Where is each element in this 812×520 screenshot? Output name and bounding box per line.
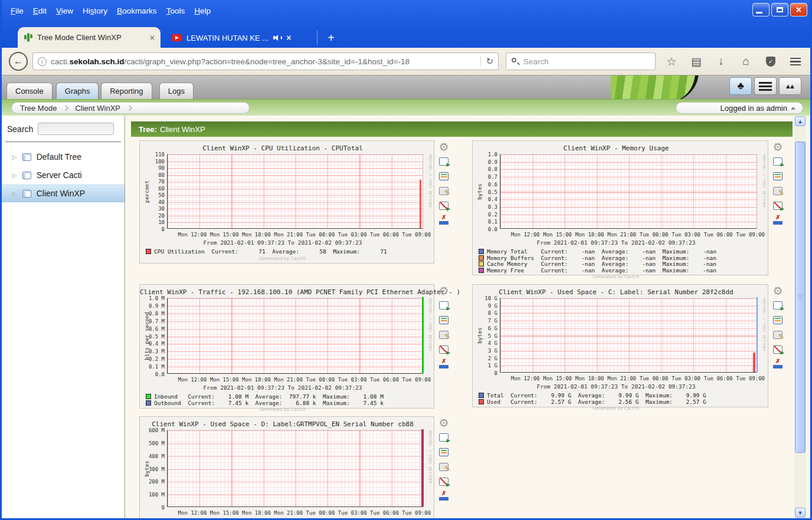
spikekill-icon[interactable]: ✗ [772,358,784,370]
y-tick-label: 1.0 [474,152,497,157]
scrollbar-thumb[interactable] [795,141,806,453]
download-icon[interactable]: ↓ [709,52,734,71]
cacti-tab-reporting[interactable]: Reporting [101,83,152,99]
browser-tab-active[interactable]: Tree Mode Client WinXP × [18,27,161,48]
gear-icon[interactable]: ⚙ [772,285,784,297]
spikekill-icon[interactable]: ✗ [438,215,450,226]
close-button[interactable]: × [790,3,807,17]
maximize-button[interactable] [771,3,788,17]
edit-icon[interactable]: ✎ [438,329,450,341]
scroll-down-button[interactable]: ▼ [795,508,806,518]
export-icon[interactable]: ▸ [772,156,784,167]
menu-view[interactable]: View [51,5,78,19]
url-bar[interactable]: i cacti.sekolah.sch.id/cacti/graph_view.… [32,52,499,70]
csv-icon[interactable] [772,170,784,182]
csv-icon[interactable] [772,314,784,326]
graph-plot-area [500,298,757,373]
y-tick-label: 10 [141,219,165,225]
gear-icon[interactable]: ⚙ [772,141,784,153]
gear-icon[interactable]: ⚙ [438,285,450,297]
breadcrumb-tree-mode[interactable]: Tree Mode [20,104,57,113]
tree-title-prefix: Tree: [139,125,157,134]
edit-icon[interactable]: ✎ [772,329,784,341]
tree-view-icon[interactable]: ♣ [729,77,752,95]
legend-row: Used Current: 2.57 G Average: 2.56 G Max… [479,399,706,405]
realtime-icon[interactable]: ▸ [438,476,450,488]
logged-in-button[interactable]: Logged in as admin [676,102,803,114]
sidebar-item-default-tree[interactable]: ▷Default Tree [2,148,125,166]
url-text[interactable]: cacti.sekolah.sch.id/cacti/graph_view.ph… [51,57,476,66]
minimize-button[interactable] [752,3,770,17]
new-tab-button[interactable]: + [322,29,340,47]
menu-tools[interactable]: Tools [162,5,190,19]
x-tick-label: Tue 03:00 [669,232,704,238]
gear-icon[interactable]: ⚙ [438,417,450,429]
preview-view-icon[interactable]: ▲▲ [779,77,801,95]
spikekill-icon[interactable]: ✗ [438,491,450,502]
y-tick-label: 0 [141,226,165,232]
menu-help[interactable]: Help [189,5,215,19]
expander-icon[interactable]: ▷ [12,190,17,197]
back-button[interactable]: ← [9,52,28,71]
tab-close-icon[interactable]: × [150,33,155,42]
y-tick-label: 80 [141,172,165,178]
tab-close-icon[interactable]: × [286,33,291,42]
x-tick-label: Tue 06:00 [366,377,402,383]
edit-icon[interactable]: ✎ [438,461,450,473]
export-icon[interactable]: ▸ [438,432,450,443]
realtime-icon[interactable]: ▸ [772,344,784,356]
y-tick-label: 4 G [474,340,497,346]
browser-tab-inactive[interactable]: LEWATIN HUTAN KE ... × [169,29,312,46]
export-icon[interactable]: ▸ [438,156,450,167]
menu-edit[interactable]: Edit [28,5,51,19]
x-tick-label: Tue 06:00 [700,376,736,381]
cacti-tab-logs[interactable]: Logs [159,83,194,99]
library-icon[interactable]: ▤ [684,52,709,71]
reload-icon[interactable]: ↻ [480,56,493,67]
breadcrumb-client-winxp[interactable]: Client WinXP [75,104,120,113]
csv-icon[interactable] [438,446,450,458]
realtime-icon[interactable]: ▸ [438,344,450,356]
gear-icon[interactable]: ⚙ [438,141,450,153]
realtime-icon[interactable]: ▸ [438,200,450,212]
bookmark-star-icon[interactable]: ☆ [659,52,684,71]
expander-icon[interactable]: ▷ [12,172,17,179]
sidebar-search-label: Search [7,124,33,134]
expander-icon[interactable]: ▷ [12,154,17,160]
menu-bookmarks[interactable]: Bookmarks [112,5,162,19]
realtime-icon[interactable]: ▸ [772,200,784,212]
edit-icon[interactable]: ✎ [772,185,784,197]
shield-icon[interactable]: ✓ [758,52,783,71]
caret-up-icon [791,107,795,110]
cacti-tab-console[interactable]: Console [6,83,53,99]
legend-swatch [479,399,484,404]
graph-date-range: From 2021-02-01 09:37:23 To 2021-02-02 0… [473,383,759,390]
menu-file[interactable]: File [6,5,28,19]
graph-plot-area [500,154,757,229]
sidebar-item-client-winxp[interactable]: ▷Client WinXP [2,185,125,202]
export-icon[interactable]: ▸ [438,300,450,311]
search-bar[interactable]: Search [506,52,656,70]
x-tick-label: Mon 18:00 [238,377,274,383]
menu-icon[interactable] [783,52,808,71]
export-icon[interactable]: ▸ [772,300,784,311]
sidebar-item-server-cacti[interactable]: ▷Server Cacti [2,166,125,184]
x-tick-label: Mon 12:00 [175,510,210,516]
y-tick-label: 0.2 [474,212,497,218]
sidebar-divider [5,141,121,142]
home-icon[interactable]: ⌂ [734,52,758,71]
edit-icon[interactable]: ✎ [438,185,450,197]
scroll-up-button[interactable]: ▲ [795,116,806,126]
sidebar-search-input[interactable] [38,123,114,135]
csv-icon[interactable] [438,314,450,326]
vertical-scrollbar[interactable]: ▲ ▼ [794,116,806,518]
list-view-icon[interactable] [754,77,777,95]
menu-history[interactable]: History [78,5,112,19]
csv-icon[interactable] [438,170,450,182]
cacti-tab-graphs[interactable]: Graphs [56,83,99,99]
site-info-icon[interactable]: i [38,57,47,66]
x-tick-label: Tue 09:00 [733,376,768,381]
spikekill-icon[interactable]: ✗ [438,358,450,370]
tab-audio-icon[interactable] [273,34,281,41]
spikekill-icon[interactable]: ✗ [772,215,784,226]
